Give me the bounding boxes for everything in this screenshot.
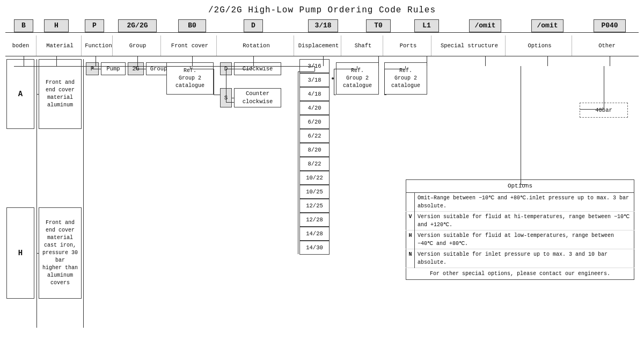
code-P040: P040 [594,19,626,32]
boden-H-code: H [6,207,34,299]
disp-14-28: 14/28 [299,227,330,241]
disp-10-22: 10/22 [299,171,330,185]
boden-A-code: A [6,59,34,129]
disp-6-20: 6/20 [299,115,330,129]
options-row-contact: For other special options, please contac… [406,268,634,279]
options-row-omit: Omit–Range between −10℃ and +80℃.inlet p… [406,192,634,211]
disp-4-18: 4/18 [299,87,330,101]
label-special-structure: Special structure [434,35,506,56]
code-L1: L1 [414,19,439,32]
material-A-box: Front andend covermaterialaluminum [39,59,82,129]
disp-3-18: 3/18 [299,73,330,87]
disp-12-25: 12/25 [299,199,330,213]
code-H: H [44,19,69,32]
rotation-counter-label: Counterclockwise [234,88,281,107]
ports-ref: Ref.Group 2catalogue [384,62,427,95]
code-3-18: 3/18 [308,19,338,32]
disp-12-28: 12/28 [299,213,330,227]
disp-14-30: 14/30 [299,241,330,255]
code-D: D [244,19,263,32]
options-row-N: N Version suitable for inlet pressure up… [406,249,634,268]
shaft-ref: Ref.Group 2catalogue [336,62,379,95]
label-function: Function [85,35,113,56]
label-material: Material [39,35,82,56]
code-B0: B0 [178,19,206,32]
disp-8-22: 8/22 [299,157,330,171]
disp-4-20: 4/20 [299,101,330,115]
disp-6-22: 6/22 [299,129,330,143]
disp-8-20: 8/20 [299,143,330,157]
options-table-container: Options Omit–Range between −10℃ and +80℃… [406,179,634,280]
label-front-cover: Front cover [163,35,217,56]
label-other: Other [575,35,639,56]
label-displacement: Displacement [296,35,341,56]
label-shaft: Shaft [343,35,383,56]
label-ports: Ports [385,35,431,56]
material-H-box: Front andend covermaterialcast iron,pres… [39,207,82,299]
label-options: Options [508,35,572,56]
disp-10-25: 10/25 [299,185,330,199]
code-T0: T0 [366,19,391,32]
function-pump-label: Pump [101,62,126,75]
code-omit1: /omit [469,19,501,32]
page-title: /2G/2G High-Low Pump Ordering Code Rules [5,5,639,15]
label-rotation: Rotation [219,35,294,56]
options-table-header: Options [406,180,634,193]
code-P: P [85,19,104,32]
label-boden: boden [5,35,36,56]
label-group: Group [115,35,161,56]
options-row-V: V Version suitable for fluid at hi-tempe… [406,211,634,230]
code-omit2: /omit [531,19,564,32]
code-B: B [14,19,33,32]
diagram: B H P 2G/2G B0 D 3/18 T0 L1 /omit /omit … [5,19,639,339]
options-row-H: H Version suitable for fluid at low-temp… [406,230,634,249]
code-2G2G: 2G/2G [118,19,157,32]
